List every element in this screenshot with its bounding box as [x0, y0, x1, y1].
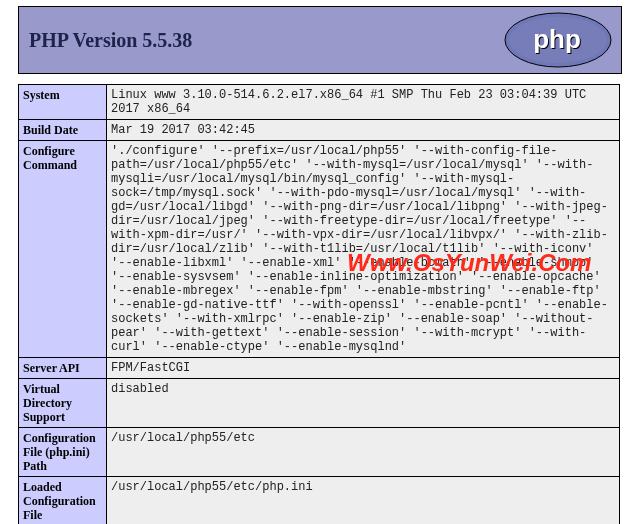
- phpinfo-table: System Linux www 3.10.0-514.6.2.el7.x86_…: [18, 84, 620, 524]
- row-key: Build Date: [19, 120, 107, 141]
- row-val: './configure' '--prefix=/usr/local/php55…: [107, 141, 620, 358]
- row-val: FPM/FastCGI: [107, 358, 620, 379]
- php-logo: php php: [503, 11, 613, 69]
- page-title: PHP Version 5.5.38: [29, 29, 192, 52]
- table-row: System Linux www 3.10.0-514.6.2.el7.x86_…: [19, 85, 620, 120]
- row-key: Virtual Directory Support: [19, 379, 107, 428]
- table-row: Server API FPM/FastCGI: [19, 358, 620, 379]
- row-key: Server API: [19, 358, 107, 379]
- row-key: Loaded Configuration File: [19, 477, 107, 525]
- row-key: Configuration File (php.ini) Path: [19, 428, 107, 477]
- phpinfo-header: PHP Version 5.5.38 php php: [18, 6, 622, 74]
- row-val: disabled: [107, 379, 620, 428]
- row-val: /usr/local/php55/etc: [107, 428, 620, 477]
- row-key: Configure Command: [19, 141, 107, 358]
- table-row: Virtual Directory Support disabled: [19, 379, 620, 428]
- table-row: Loaded Configuration File /usr/local/php…: [19, 477, 620, 525]
- row-key: System: [19, 85, 107, 120]
- table-row: Build Date Mar 19 2017 03:42:45: [19, 120, 620, 141]
- table-row: Configure Command './configure' '--prefi…: [19, 141, 620, 358]
- table-row: Configuration File (php.ini) Path /usr/l…: [19, 428, 620, 477]
- row-val: /usr/local/php55/etc/php.ini: [107, 477, 620, 525]
- svg-text:php: php: [533, 24, 581, 54]
- row-val: Linux www 3.10.0-514.6.2.el7.x86_64 #1 S…: [107, 85, 620, 120]
- configure-command-text: './configure' '--prefix=/usr/local/php55…: [111, 144, 608, 354]
- row-val: Mar 19 2017 03:42:45: [107, 120, 620, 141]
